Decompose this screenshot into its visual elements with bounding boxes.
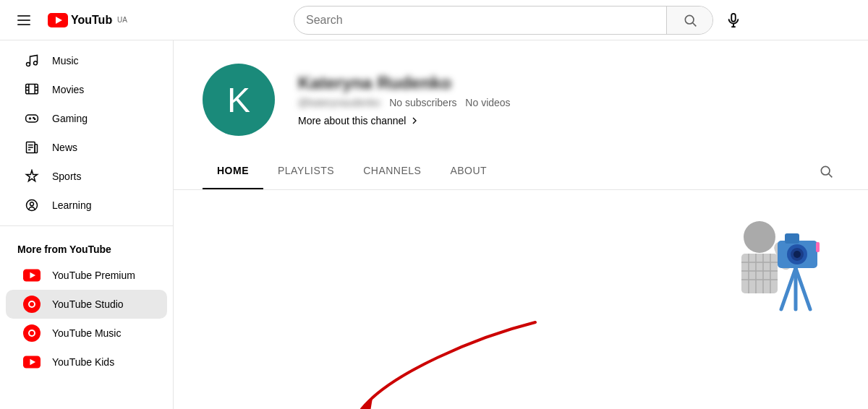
- sidebar: Music Movies Gaming: [0, 40, 174, 409]
- yt-music-icon: [23, 324, 41, 342]
- search-button[interactable]: [666, 6, 712, 35]
- avatar-letter: K: [227, 80, 250, 120]
- sidebar-divider: [0, 225, 173, 226]
- learning-icon: [23, 197, 41, 214]
- sidebar-label-youtube-studio: YouTube Studio: [52, 298, 124, 310]
- header: YouTube UA: [0, 0, 868, 40]
- channel-more-link[interactable]: More about this channel: [298, 115, 839, 126]
- svg-point-12: [33, 118, 34, 119]
- sidebar-label-music: Music: [52, 55, 79, 66]
- svg-point-20: [30, 202, 34, 206]
- svg-point-25: [30, 302, 34, 306]
- svg-point-3: [685, 15, 694, 24]
- channel-handle: @katerynaudenko: [298, 97, 380, 108]
- svg-point-47: [793, 251, 801, 258]
- svg-point-28: [30, 331, 34, 335]
- header-center: [185, 6, 856, 35]
- svg-rect-11: [26, 115, 38, 122]
- sidebar-item-movies[interactable]: Movies: [6, 75, 167, 104]
- yt-kids-icon: [23, 353, 41, 371]
- subscribers-count: No subscribers: [389, 97, 456, 108]
- chevron-right-icon: [409, 115, 420, 126]
- channel-stats: No subscribers No videos: [383, 97, 510, 108]
- svg-marker-52: [354, 398, 373, 409]
- sidebar-label-youtube-music: YouTube Music: [52, 327, 121, 339]
- search-icon: [683, 13, 697, 27]
- svg-rect-15: [35, 145, 37, 153]
- svg-rect-51: [816, 242, 820, 252]
- search-icon: [819, 164, 833, 178]
- channel-search-button[interactable]: [813, 158, 839, 184]
- sidebar-item-sports[interactable]: Sports: [6, 162, 167, 191]
- tab-channels[interactable]: CHANNELS: [349, 153, 435, 189]
- svg-rect-5: [731, 13, 736, 21]
- more-from-youtube-title: More from YouTube: [0, 232, 173, 261]
- movies-icon: [23, 81, 41, 98]
- youtube-logo[interactable]: YouTube UA: [48, 13, 127, 27]
- sidebar-item-gaming[interactable]: Gaming: [6, 104, 167, 133]
- yt-premium-icon: [23, 267, 41, 284]
- channel-info: Kateryna Rudenko @katerynaudenko No subs…: [298, 73, 839, 126]
- svg-line-4: [692, 22, 696, 26]
- svg-rect-44: [785, 233, 799, 244]
- layout: Music Movies Gaming: [0, 40, 868, 409]
- svg-point-8: [27, 63, 30, 66]
- channel-avatar: K: [203, 64, 275, 136]
- sidebar-label-movies: Movies: [52, 84, 84, 95]
- header-left: YouTube UA: [12, 9, 185, 31]
- channels-illustration: [709, 204, 825, 320]
- channel-more-text: More about this channel: [298, 115, 406, 126]
- svg-point-19: [27, 200, 38, 211]
- sports-icon: [23, 168, 41, 185]
- sidebar-item-youtube-studio[interactable]: YouTube Studio: [6, 290, 167, 319]
- svg-text:YouTube: YouTube: [71, 14, 113, 26]
- channel-tabs: HOME PLAYLISTS CHANNELS ABOUT: [174, 153, 868, 190]
- sidebar-item-youtube-kids[interactable]: YouTube Kids: [6, 348, 167, 376]
- mic-button[interactable]: [719, 6, 748, 35]
- sidebar-label-news: News: [52, 142, 77, 153]
- sidebar-item-youtube-premium[interactable]: YouTube Premium: [6, 261, 167, 290]
- search-bar: [294, 6, 713, 35]
- svg-rect-10: [26, 85, 38, 94]
- svg-point-13: [35, 119, 35, 119]
- tab-home[interactable]: HOME: [203, 153, 263, 189]
- main-content: K Kateryna Rudenko @katerynaudenko No su…: [174, 40, 868, 409]
- sidebar-item-learning[interactable]: Learning: [6, 191, 167, 220]
- sidebar-label-youtube-premium: YouTube Premium: [52, 270, 135, 281]
- svg-line-49: [796, 268, 810, 309]
- search-input[interactable]: [294, 14, 666, 27]
- sidebar-label-sports: Sports: [52, 171, 81, 182]
- channel-header: K Kateryna Rudenko @katerynaudenko No su…: [174, 40, 868, 153]
- sidebar-label-youtube-kids: YouTube Kids: [52, 356, 114, 368]
- svg-point-33: [744, 221, 775, 253]
- tab-playlists[interactable]: PLAYLISTS: [263, 153, 349, 189]
- sidebar-item-music[interactable]: Music: [6, 46, 167, 75]
- news-icon: [23, 139, 41, 156]
- tab-about[interactable]: ABOUT: [435, 153, 501, 189]
- menu-button[interactable]: [12, 9, 36, 31]
- svg-rect-34: [741, 254, 778, 293]
- music-icon: [23, 52, 41, 69]
- hamburger-icon: [17, 15, 30, 25]
- channel-name: Kateryna Rudenko: [298, 73, 839, 93]
- videos-count: No videos: [465, 97, 510, 108]
- svg-line-48: [781, 268, 796, 309]
- sidebar-label-learning: Learning: [52, 199, 92, 211]
- svg-point-31: [821, 166, 830, 175]
- logo-country: UA: [117, 16, 127, 24]
- svg-line-32: [829, 174, 833, 178]
- channels-content: [174, 190, 868, 349]
- svg-point-9: [34, 61, 38, 65]
- sidebar-item-news[interactable]: News: [6, 133, 167, 162]
- mic-icon: [726, 12, 741, 28]
- yt-studio-icon: [23, 296, 41, 313]
- channel-meta: @katerynaudenko No subscribers No videos: [298, 96, 839, 109]
- youtube-logo-icon: YouTube: [48, 13, 113, 27]
- gaming-icon: [23, 110, 41, 127]
- sidebar-label-gaming: Gaming: [52, 113, 88, 124]
- sidebar-item-youtube-music[interactable]: YouTube Music: [6, 319, 167, 348]
